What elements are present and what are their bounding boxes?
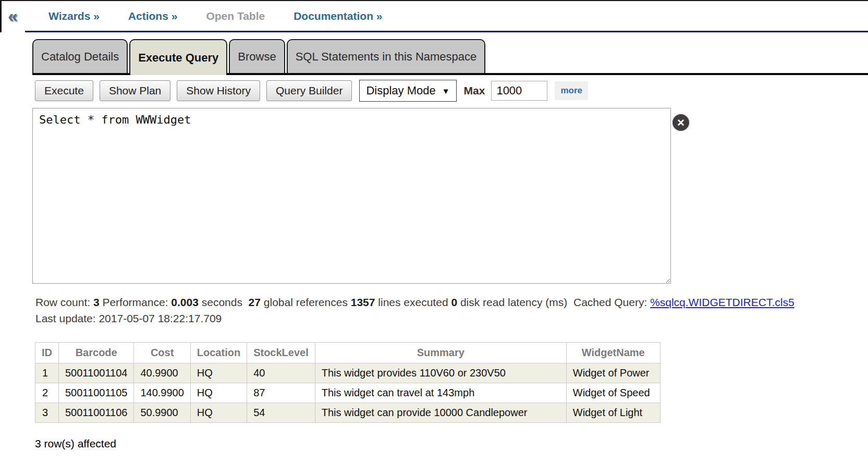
query-area: Select * from WWWidget ✕	[32, 108, 690, 284]
status-text: Performance:	[100, 296, 172, 308]
results-table-body: 15001100110440.9900HQ40This widget provi…	[35, 363, 661, 423]
col-header-stocklevel: StockLevel	[247, 343, 315, 363]
menu-item-actions[interactable]: Actions »	[128, 10, 178, 22]
cell: This widget can travel at 143mph	[315, 383, 566, 403]
table-row: 35001100110650.9900HQ54This widget can p…	[35, 403, 661, 423]
collapse-chevrons-icon[interactable]: «	[8, 5, 18, 26]
menubar-items: Wizards »Actions »Open TableDocumentatio…	[48, 1, 383, 31]
cell: 50011001106	[59, 403, 134, 423]
cell: 40.9900	[134, 363, 190, 383]
cell: 50011001105	[59, 383, 134, 403]
show-history-button[interactable]: Show History	[177, 80, 260, 101]
tab-catalog-details[interactable]: Catalog Details	[32, 39, 128, 73]
menu-item-wizards[interactable]: Wizards »	[48, 10, 100, 22]
status-text: 0	[451, 296, 457, 308]
status-text: disk read latency (ms) Cached Query:	[457, 296, 650, 308]
cell: 50.9900	[134, 403, 190, 423]
cell: Widget of Light	[566, 403, 660, 423]
status-text: Row count:	[35, 296, 93, 308]
menu-item-documentation[interactable]: Documentation »	[294, 10, 382, 22]
rows-affected-text: 3 row(s) affected	[35, 437, 868, 450]
max-rows-input[interactable]	[491, 81, 547, 101]
query-status-line: Row count: 3 Performance: 0.003 seconds …	[35, 294, 799, 326]
tab-execute-query[interactable]: Execute Query	[129, 39, 227, 75]
tab-strip: Catalog DetailsExecute QueryBrowseSQL St…	[32, 39, 868, 75]
col-header-summary: Summary	[315, 343, 566, 363]
status-text: 0.003	[171, 296, 199, 308]
toolbar-buttons: ExecuteShow PlanShow HistoryQuery Builde…	[35, 80, 352, 101]
status-text: seconds	[199, 296, 249, 308]
cached-query-link[interactable]: %sqlcq.WIDGETDIRECT.cls5	[650, 296, 794, 308]
cell: 50011001104	[59, 363, 134, 383]
query-builder-button[interactable]: Query Builder	[266, 80, 352, 101]
table-row: 250011001105140.9900HQ87This widget can …	[35, 383, 661, 403]
cell: 140.9900	[134, 383, 190, 403]
status-text: lines executed	[375, 296, 451, 308]
status-text: global references	[261, 296, 351, 308]
cell: This widget provides 110V60 or 230V50	[315, 363, 566, 383]
cell: HQ	[190, 363, 247, 383]
cell: Widget of Power	[566, 363, 660, 383]
col-header-barcode: Barcode	[59, 343, 134, 363]
show-plan-button[interactable]: Show Plan	[100, 80, 170, 101]
cell: This widget can provide 10000 Candlepowe…	[315, 403, 566, 423]
status-text: 3	[93, 296, 100, 308]
max-label: Max	[464, 84, 485, 97]
cell: 1	[35, 363, 59, 383]
cell: Widget of Speed	[566, 383, 660, 403]
execute-button[interactable]: Execute	[35, 80, 93, 101]
more-link[interactable]: more	[555, 81, 588, 100]
menu-item-open-table: Open Table	[206, 10, 265, 22]
table-row: 15001100110440.9900HQ40This widget provi…	[35, 363, 661, 383]
cell: 54	[247, 403, 315, 423]
chevron-down-icon: ▼	[442, 87, 450, 95]
status-text: 1357	[351, 296, 375, 308]
sql-query-textarea[interactable]: Select * from WWWidget	[32, 108, 671, 284]
cell: HQ	[190, 403, 247, 423]
col-header-location: Location	[190, 343, 247, 363]
cell: HQ	[190, 383, 247, 403]
display-mode-dropdown[interactable]: Display Mode ▼	[359, 80, 456, 102]
display-mode-label: Display Mode	[366, 84, 435, 98]
status-text: 27	[249, 296, 261, 308]
col-header-widgetname: WidgetName	[566, 343, 660, 363]
close-icon[interactable]: ✕	[672, 114, 690, 131]
cell: 2	[35, 383, 59, 403]
results-table-head: IDBarcodeCostLocationStockLevelSummaryWi…	[35, 343, 661, 363]
toolbar: ExecuteShow PlanShow HistoryQuery Builde…	[35, 80, 868, 102]
cell: 3	[35, 403, 59, 423]
results-table: IDBarcodeCostLocationStockLevelSummaryWi…	[35, 342, 661, 423]
col-header-id: ID	[35, 343, 59, 363]
col-header-cost: Cost	[134, 343, 190, 363]
tab-browse[interactable]: Browse	[229, 39, 285, 73]
cell: 40	[247, 363, 315, 383]
cell: 87	[247, 383, 315, 403]
menubar: « Wizards »Actions »Open TableDocumentat…	[0, 1, 868, 32]
tab-sql-statements-in-this-namespace[interactable]: SQL Statements in this Namespace	[287, 39, 486, 73]
